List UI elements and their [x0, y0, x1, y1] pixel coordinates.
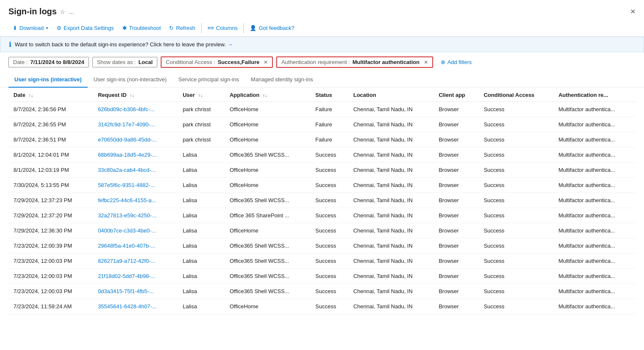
cell-auth-req: Multifactor authentica... — [553, 193, 636, 208]
table-row[interactable]: 8/7/2024, 2:36:55 PM 3142fc9d-17e7-4090-… — [8, 117, 636, 132]
download-button[interactable]: ⬇ Download ▾ — [8, 22, 52, 34]
cell-date: 8/7/2024, 2:36:51 PM — [8, 132, 93, 147]
cell-date: 7/23/2024, 12:00:03 PM — [8, 269, 93, 284]
cell-client-app: Browser — [434, 178, 479, 193]
cell-status: Success — [310, 178, 348, 193]
col-user[interactable]: User ↑↓ — [178, 88, 224, 102]
export-data-settings-button[interactable]: ⚙ Export Data Settings — [52, 22, 118, 34]
cell-conditional-access: Success — [479, 208, 553, 223]
pin-icon[interactable]: ☆ — [60, 8, 65, 15]
export-icon: ⚙ — [57, 25, 62, 31]
table-row[interactable]: 7/23/2024, 12:00:03 PM 21f18d02-5dd7-4b9… — [8, 269, 636, 284]
separator-1 — [201, 23, 202, 33]
cell-client-app: Browser — [434, 299, 479, 314]
tab-user-signin-interactive[interactable]: User sign-ins (interactive) — [8, 72, 88, 88]
tab-managed-identity[interactable]: Managed identity sign-ins — [245, 72, 319, 88]
table-row[interactable]: 8/7/2024, 2:36:51 PM e70650dd-9a86-45dd-… — [8, 132, 636, 147]
cell-request-id: 21f18d02-5dd7-4b98-... — [93, 269, 178, 284]
table-row[interactable]: 7/23/2024, 12:00:39 PM 29648f5a-41e0-407… — [8, 238, 636, 254]
cell-conditional-access: Success — [479, 193, 553, 208]
auth-req-filter-close[interactable]: ✕ — [424, 59, 428, 65]
auth-req-filter-label: Authentication requirement : — [281, 59, 350, 65]
cell-user: Lalisa — [178, 208, 224, 223]
cell-location: Chennai, Tamil Nadu, IN — [348, 284, 434, 299]
table-row[interactable]: 7/29/2024, 12:37:23 PM fefbc225-44c6-415… — [8, 193, 636, 208]
cell-client-app: Browser — [434, 163, 479, 178]
auth-req-filter-chip[interactable]: Authentication requirement : Multifactor… — [276, 56, 433, 68]
cell-request-id: 587e5f6c-9351-4882-... — [93, 178, 178, 193]
info-icon: ℹ — [9, 40, 11, 48]
cell-application: Office365 Shell WCSS... — [224, 238, 310, 254]
cell-location: Chennai, Tamil Nadu, IN — [348, 178, 434, 193]
cell-user: Lalisa — [178, 163, 224, 178]
table-row[interactable]: 8/7/2024, 2:36:56 PM 626bd09c-b306-4bfc-… — [8, 102, 636, 117]
show-dates-chip[interactable]: Show dates as : Local — [92, 57, 157, 67]
cell-user: Lalisa — [178, 223, 224, 238]
tab-service-principal[interactable]: Service principal sign-ins — [172, 72, 245, 88]
columns-icon: ≡≡ — [207, 25, 214, 31]
cell-auth-req: Multifactor authentica... — [553, 284, 636, 299]
tab-user-signin-non-interactive[interactable]: User sign-ins (non-interactive) — [88, 72, 172, 88]
cell-auth-req: Multifactor authentica... — [553, 102, 636, 117]
cell-location: Chennai, Tamil Nadu, IN — [348, 299, 434, 314]
cell-auth-req: Multifactor authentica... — [553, 132, 636, 147]
cell-client-app: Browser — [434, 147, 479, 163]
cell-date: 7/23/2024, 12:00:39 PM — [8, 238, 93, 254]
table-row[interactable]: 7/29/2024, 12:36:30 PM 0400b7ce-c3d3-4be… — [8, 223, 636, 238]
add-filters-button[interactable]: ⊕ Add filters — [437, 57, 476, 67]
cell-conditional-access: Success — [479, 254, 553, 269]
cell-auth-req: Multifactor authentica... — [553, 117, 636, 132]
download-label: Download — [19, 25, 44, 31]
close-button[interactable]: ✕ — [630, 8, 636, 16]
cell-request-id: 68b699aa-18d5-4e29-... — [93, 147, 178, 163]
cell-date: 7/29/2024, 12:37:23 PM — [8, 193, 93, 208]
conditional-access-filter-chip[interactable]: Conditional Access : Success,Failure ✕ — [161, 56, 273, 68]
show-dates-label: Show dates as : — [97, 59, 136, 65]
cell-status: Success — [310, 299, 348, 314]
conditional-access-filter-close[interactable]: ✕ — [264, 59, 268, 65]
info-banner: ℹ Want to switch back to the default sig… — [0, 37, 644, 52]
feedback-button[interactable]: 👤 Got feedback? — [245, 22, 299, 34]
cell-client-app: Browser — [434, 238, 479, 254]
table-row[interactable]: 7/30/2024, 5:13:55 PM 587e5f6c-9351-4882… — [8, 178, 636, 193]
cell-request-id: 33c80a2a-cab4-4bcd-... — [93, 163, 178, 178]
more-options-icon[interactable]: ... — [69, 8, 74, 15]
cell-auth-req: Multifactor authentica... — [553, 163, 636, 178]
table-row[interactable]: 7/29/2024, 12:37:20 PM 32a27813-e59c-425… — [8, 208, 636, 223]
table-row[interactable]: 7/23/2024, 12:00:03 PM 0d3a3415-75f1-4fb… — [8, 284, 636, 299]
col-auth-req[interactable]: Authentication re... — [553, 88, 636, 102]
table-row[interactable]: 7/23/2024, 12:00:03 PM 826271a9-a712-42f… — [8, 254, 636, 269]
columns-button[interactable]: ≡≡ Columns — [203, 22, 242, 34]
separator-2 — [243, 23, 244, 33]
col-conditional-access[interactable]: Conditional Access — [479, 88, 553, 102]
col-client-app[interactable]: Client app — [434, 88, 479, 102]
info-banner-link[interactable]: → — [227, 41, 233, 48]
troubleshoot-icon: ✱ — [122, 25, 127, 31]
signin-logs-table: Date ↑↓ Request ID ↑↓ User ↑↓ Applicatio… — [8, 88, 636, 314]
col-request-id[interactable]: Request ID ↑↓ — [93, 88, 178, 102]
tabs: User sign-ins (interactive) User sign-in… — [0, 72, 644, 88]
cell-application: OfficeHome — [224, 223, 310, 238]
cell-request-id: 35545641-6428-4h07-... — [93, 299, 178, 314]
col-location[interactable]: Location — [348, 88, 434, 102]
cell-conditional-access: Success — [479, 284, 553, 299]
date-filter-chip[interactable]: Date : 7/11/2024 to 8/8/2024 — [8, 57, 89, 67]
cell-status: Success — [310, 208, 348, 223]
table-row[interactable]: 8/1/2024, 12:03:19 PM 33c80a2a-cab4-4bcd… — [8, 163, 636, 178]
col-application[interactable]: Application ↑↓ — [224, 88, 310, 102]
table-row[interactable]: 7/23/2024, 11:59:24 AM 35545641-6428-4h0… — [8, 299, 636, 314]
cell-date: 7/30/2024, 5:13:55 PM — [8, 178, 93, 193]
cell-conditional-access: Success — [479, 147, 553, 163]
troubleshoot-button[interactable]: ✱ Troubleshoot — [118, 22, 165, 34]
refresh-button[interactable]: ↻ Refresh — [165, 22, 199, 34]
cell-date: 7/29/2024, 12:36:30 PM — [8, 223, 93, 238]
cell-location: Chennai, Tamil Nadu, IN — [348, 269, 434, 284]
col-date[interactable]: Date ↑↓ — [8, 88, 93, 102]
application-sort-icon: ↑↓ — [263, 93, 267, 98]
add-filter-label: Add filters — [447, 59, 472, 65]
table-row[interactable]: 8/1/2024, 12:04:01 PM 68b699aa-18d5-4e29… — [8, 147, 636, 163]
cell-conditional-access: Success — [479, 238, 553, 254]
cell-conditional-access: Success — [479, 163, 553, 178]
cell-application: OfficeHome — [224, 178, 310, 193]
col-status[interactable]: Status — [310, 88, 348, 102]
